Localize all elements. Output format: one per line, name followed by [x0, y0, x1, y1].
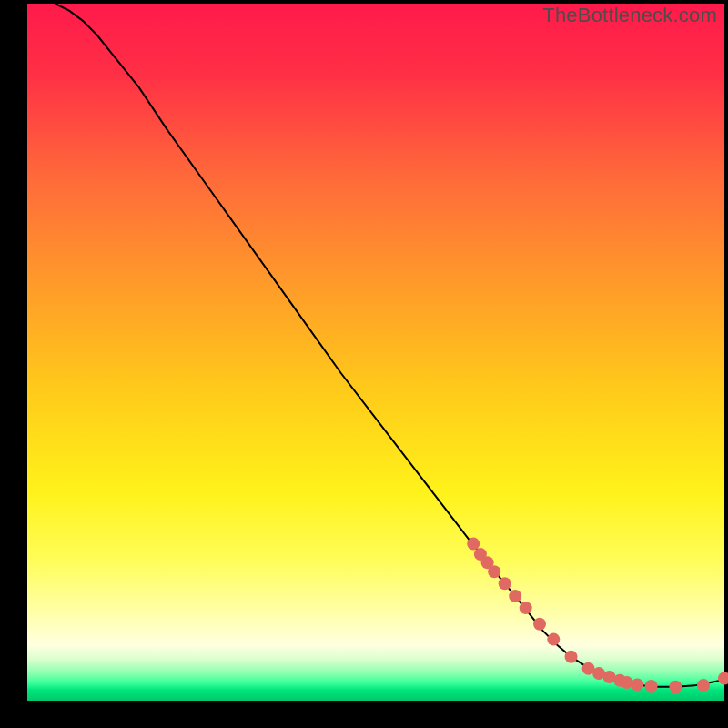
data-point [565, 651, 578, 663]
chart-svg [0, 0, 728, 728]
data-point [488, 565, 500, 578]
data-point [509, 590, 521, 602]
data-point [631, 678, 643, 691]
data-point [669, 681, 682, 693]
data-point [533, 618, 546, 631]
watermark-text: TheBottleneck.com [542, 4, 717, 27]
gradient-background [27, 4, 724, 701]
data-point [547, 633, 560, 646]
data-point [697, 679, 710, 692]
chart-container: TheBottleneck.com [0, 0, 728, 728]
data-point [467, 538, 480, 551]
data-point [645, 680, 658, 693]
plot-area [27, 4, 728, 701]
data-point [520, 602, 532, 614]
data-point [499, 577, 511, 590]
